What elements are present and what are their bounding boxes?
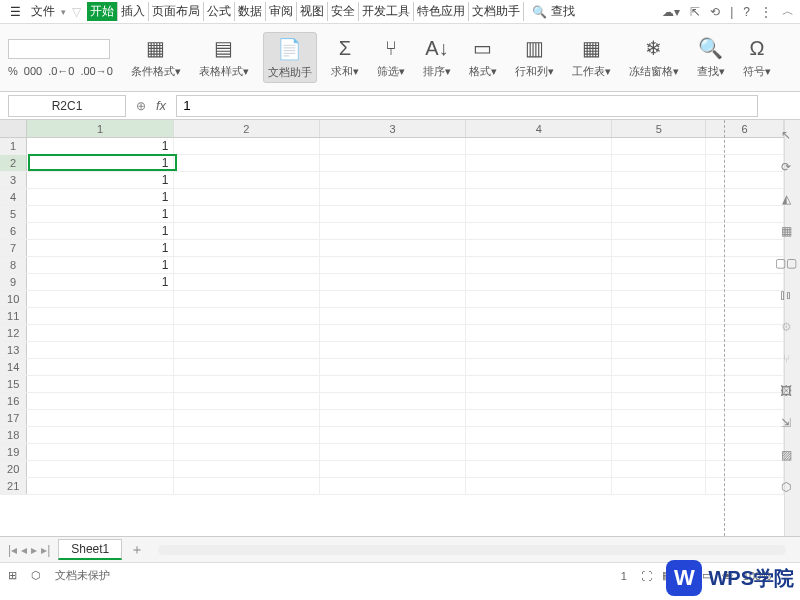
refresh-icon[interactable]: ⟳ bbox=[781, 160, 791, 174]
cell-r1c1[interactable]: 1 bbox=[27, 138, 173, 154]
cell-r13c2[interactable] bbox=[174, 342, 320, 358]
ribbon-sum[interactable]: Σ求和▾ bbox=[327, 32, 363, 83]
cell-r6c5[interactable] bbox=[612, 223, 706, 239]
search-area[interactable]: 🔍 查找 bbox=[532, 3, 575, 20]
cell-r21c5[interactable] bbox=[612, 478, 706, 494]
grid[interactable]: 123456 112131415161718191101112131415161… bbox=[0, 120, 784, 536]
col-header-5[interactable]: 5 bbox=[612, 120, 706, 137]
cell-r4c1[interactable]: 1 bbox=[27, 189, 173, 205]
ribbon-doc-helper[interactable]: 📄文档助手 bbox=[263, 32, 317, 83]
last-sheet-icon[interactable]: ▸| bbox=[41, 543, 50, 557]
ribbon-worksheet[interactable]: ▦工作表▾ bbox=[568, 32, 615, 83]
cell-r8c3[interactable] bbox=[320, 257, 466, 273]
cell-r10c5[interactable] bbox=[612, 291, 706, 307]
cell-r2c5[interactable] bbox=[612, 155, 706, 171]
history-icon[interactable]: ⟲ bbox=[710, 5, 720, 19]
cell-r4c4[interactable] bbox=[466, 189, 612, 205]
ribbon-table-style[interactable]: ▤表格样式▾ bbox=[195, 32, 253, 83]
cell-r11c2[interactable] bbox=[174, 308, 320, 324]
protect-icon[interactable]: ⬡ bbox=[31, 569, 41, 582]
cell-r17c2[interactable] bbox=[174, 410, 320, 426]
row-header-6[interactable]: 6 bbox=[0, 223, 27, 239]
cell-r2c1[interactable]: 1 bbox=[27, 155, 173, 171]
cell-r14c4[interactable] bbox=[466, 359, 612, 375]
cell-r17c4[interactable] bbox=[466, 410, 612, 426]
cell-r20c1[interactable] bbox=[27, 461, 173, 477]
cell-r7c2[interactable] bbox=[174, 240, 320, 256]
row-header-11[interactable]: 11 bbox=[0, 308, 27, 324]
ribbon-sort[interactable]: A↓排序▾ bbox=[419, 32, 455, 83]
cell-r13c5[interactable] bbox=[612, 342, 706, 358]
row-header-9[interactable]: 9 bbox=[0, 274, 27, 290]
cell-r7c3[interactable] bbox=[320, 240, 466, 256]
gallery-icon[interactable]: ▨ bbox=[781, 448, 792, 462]
cell-r3c1[interactable]: 1 bbox=[27, 172, 173, 188]
formula-input[interactable] bbox=[176, 95, 758, 117]
cell-r8c5[interactable] bbox=[612, 257, 706, 273]
collapse-icon[interactable]: ︿ bbox=[782, 3, 794, 20]
cell-r19c5[interactable] bbox=[612, 444, 706, 460]
cell-r13c4[interactable] bbox=[466, 342, 612, 358]
cell-r19c3[interactable] bbox=[320, 444, 466, 460]
cell-r18c2[interactable] bbox=[174, 427, 320, 443]
cell-r12c2[interactable] bbox=[174, 325, 320, 341]
row-header-4[interactable]: 4 bbox=[0, 189, 27, 205]
cell-r21c1[interactable] bbox=[27, 478, 173, 494]
cell-r2c4[interactable] bbox=[466, 155, 612, 171]
cell-r21c4[interactable] bbox=[466, 478, 612, 494]
horizontal-scrollbar[interactable] bbox=[158, 545, 786, 555]
cell-r14c2[interactable] bbox=[174, 359, 320, 375]
image-icon[interactable]: 🖾 bbox=[780, 384, 792, 398]
cell-r9c2[interactable] bbox=[174, 274, 320, 290]
cell-r11c5[interactable] bbox=[612, 308, 706, 324]
style-select[interactable] bbox=[8, 39, 110, 59]
cell-r6c2[interactable] bbox=[174, 223, 320, 239]
cell-r10c2[interactable] bbox=[174, 291, 320, 307]
cell-r14c1[interactable] bbox=[27, 359, 173, 375]
next-sheet-icon[interactable]: ▸ bbox=[31, 543, 37, 557]
cell-r9c4[interactable] bbox=[466, 274, 612, 290]
cell-r15c5[interactable] bbox=[612, 376, 706, 392]
share-icon[interactable]: ⇱ bbox=[690, 5, 700, 19]
row-header-17[interactable]: 17 bbox=[0, 410, 27, 426]
table-icon[interactable]: ▦ bbox=[781, 224, 792, 238]
row-header-12[interactable]: 12 bbox=[0, 325, 27, 341]
cell-r21c2[interactable] bbox=[174, 478, 320, 494]
row-header-16[interactable]: 16 bbox=[0, 393, 27, 409]
cell-r18c5[interactable] bbox=[612, 427, 706, 443]
help-icon[interactable]: ? bbox=[743, 5, 750, 19]
tab-3[interactable]: 公式 bbox=[204, 2, 235, 21]
cell-r10c3[interactable] bbox=[320, 291, 466, 307]
cell-r11c4[interactable] bbox=[466, 308, 612, 324]
filter-icon[interactable]: ⑂ bbox=[783, 352, 790, 366]
cell-r11c1[interactable] bbox=[27, 308, 173, 324]
col-header-2[interactable]: 2 bbox=[174, 120, 320, 137]
cell-r18c4[interactable] bbox=[466, 427, 612, 443]
ribbon-format[interactable]: ▭格式▾ bbox=[465, 32, 501, 83]
tab-5[interactable]: 审阅 bbox=[266, 2, 297, 21]
row-header-14[interactable]: 14 bbox=[0, 359, 27, 375]
fx-icon[interactable]: fx bbox=[156, 98, 166, 113]
cell-r6c4[interactable] bbox=[466, 223, 612, 239]
cell-r11c3[interactable] bbox=[320, 308, 466, 324]
row-header-10[interactable]: 10 bbox=[0, 291, 27, 307]
cell-r1c3[interactable] bbox=[320, 138, 466, 154]
cell-r14c3[interactable] bbox=[320, 359, 466, 375]
cell-r12c5[interactable] bbox=[612, 325, 706, 341]
row-header-19[interactable]: 19 bbox=[0, 444, 27, 460]
cell-r14c5[interactable] bbox=[612, 359, 706, 375]
cell-r3c4[interactable] bbox=[466, 172, 612, 188]
cell-r15c1[interactable] bbox=[27, 376, 173, 392]
file-dropdown-icon[interactable]: ▾ bbox=[61, 7, 66, 17]
cell-r20c4[interactable] bbox=[466, 461, 612, 477]
cell-r15c2[interactable] bbox=[174, 376, 320, 392]
numfmt-3[interactable]: .00→0 bbox=[80, 65, 112, 77]
tab-6[interactable]: 视图 bbox=[297, 2, 328, 21]
cell-r17c5[interactable] bbox=[612, 410, 706, 426]
add-sheet-button[interactable]: ＋ bbox=[130, 541, 144, 559]
select-all-corner[interactable] bbox=[0, 120, 27, 137]
tab-10[interactable]: 文档助手 bbox=[469, 2, 524, 21]
col-header-4[interactable]: 4 bbox=[466, 120, 612, 137]
col-header-1[interactable]: 1 bbox=[27, 120, 173, 137]
cell-r13c1[interactable] bbox=[27, 342, 173, 358]
